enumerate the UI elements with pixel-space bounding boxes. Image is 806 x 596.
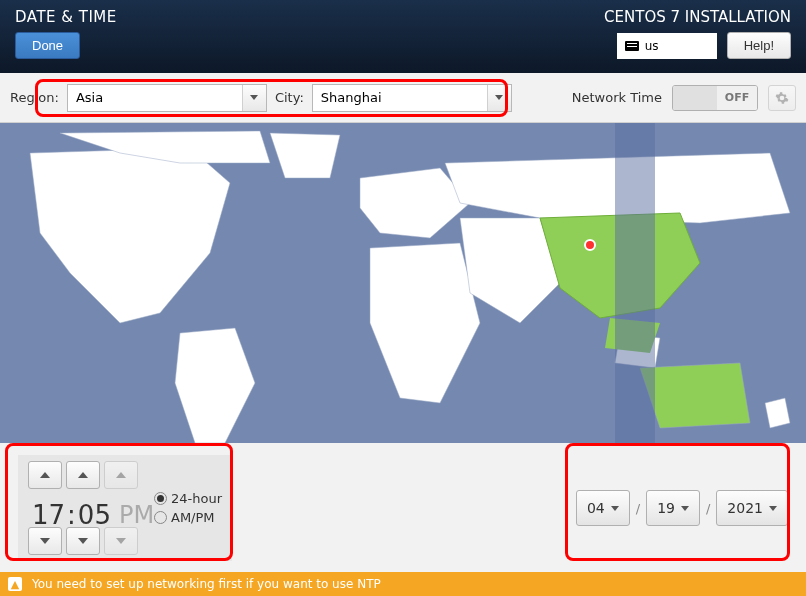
status-message: You need to set up networking first if y… [32, 577, 381, 591]
city-value: Shanghai [321, 90, 382, 105]
network-time-toggle[interactable]: OFF [672, 85, 758, 111]
time-setter: 17 : 05 PM 24-hour AM/PM [18, 455, 232, 561]
radio-icon [154, 511, 167, 524]
year-dropdown[interactable]: 2021 [716, 490, 788, 526]
network-time-label: Network Time [572, 90, 662, 105]
toggle-state-label: OFF [717, 86, 757, 110]
location-marker [585, 240, 595, 250]
radio-ampm-label: AM/PM [171, 510, 215, 525]
chevron-up-icon [40, 472, 50, 478]
keyboard-layout-label: us [645, 39, 659, 53]
year-value: 2021 [727, 500, 763, 516]
radio-ampm[interactable]: AM/PM [154, 510, 222, 525]
status-bar: ▲ You need to set up networking first if… [0, 572, 806, 596]
chevron-down-icon [681, 506, 689, 511]
region-label: Region: [10, 90, 59, 105]
region-combobox[interactable]: Asia [67, 84, 267, 112]
day-value: 19 [657, 500, 675, 516]
month-value: 04 [587, 500, 605, 516]
city-label: City: [275, 90, 304, 105]
ampm-value: PM [119, 501, 154, 529]
minute-value: 05 [78, 500, 111, 530]
time-colon: : [67, 500, 76, 530]
month-dropdown[interactable]: 04 [576, 490, 630, 526]
chevron-down-icon [116, 538, 126, 544]
hour-down-button[interactable] [28, 527, 62, 555]
header-bar: DATE & TIME Done CENTOS 7 INSTALLATION u… [0, 0, 806, 73]
chevron-down-icon [78, 538, 88, 544]
radio-24hour-label: 24-hour [171, 491, 222, 506]
chevron-up-icon [116, 472, 126, 478]
page-title: DATE & TIME [15, 8, 117, 26]
hour-up-button[interactable] [28, 461, 62, 489]
chevron-down-icon [611, 506, 619, 511]
minute-up-button[interactable] [66, 461, 100, 489]
gear-icon [775, 91, 789, 105]
radio-icon [154, 492, 167, 505]
hour-value: 17 [32, 500, 65, 530]
keyboard-icon [625, 41, 639, 51]
minute-down-button[interactable] [66, 527, 100, 555]
time-format-radio-group: 24-hour AM/PM [154, 491, 222, 525]
ampm-up-button[interactable] [104, 461, 138, 489]
done-button[interactable]: Done [15, 32, 80, 59]
date-separator: / [706, 501, 710, 516]
city-combobox[interactable]: Shanghai [312, 84, 512, 112]
chevron-down-icon [487, 85, 511, 111]
chevron-down-icon [242, 85, 266, 111]
timezone-map[interactable] [0, 123, 806, 443]
ntp-settings-button[interactable] [768, 85, 796, 111]
date-setter: 04 / 19 / 2021 [576, 455, 788, 561]
toolbar: Region: Asia City: Shanghai Network Time… [0, 73, 806, 123]
warning-icon: ▲ [8, 577, 22, 591]
keyboard-layout-indicator[interactable]: us [617, 33, 717, 59]
help-button[interactable]: Help! [727, 32, 791, 59]
date-separator: / [636, 501, 640, 516]
day-dropdown[interactable]: 19 [646, 490, 700, 526]
ampm-down-button[interactable] [104, 527, 138, 555]
bottom-panel: 17 : 05 PM 24-hour AM/PM 04 / 19 / [0, 443, 806, 573]
chevron-down-icon [769, 506, 777, 511]
region-value: Asia [76, 90, 103, 105]
chevron-down-icon [40, 538, 50, 544]
chevron-up-icon [78, 472, 88, 478]
radio-24hour[interactable]: 24-hour [154, 491, 222, 506]
world-map-svg [0, 123, 806, 443]
installer-title: CENTOS 7 INSTALLATION [604, 8, 791, 26]
